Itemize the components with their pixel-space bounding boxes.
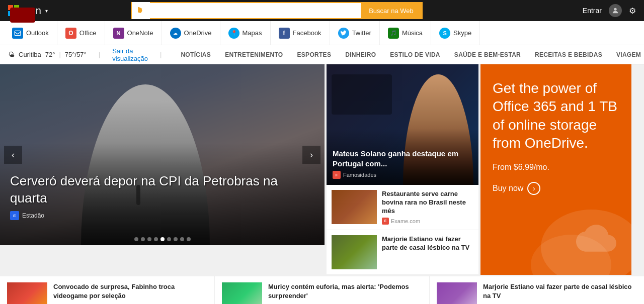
cat-viagem[interactable]: VIAGEM: [609, 51, 644, 58]
buy-btn-circle: ›: [527, 182, 540, 195]
nav-label-twitter: Twitter: [352, 29, 371, 37]
hero-prev-button[interactable]: ‹: [4, 146, 22, 164]
nav-item-onedrive[interactable]: ☁ OneDrive: [162, 21, 220, 45]
hero-overlay: Cerveró deverá depor na CPI da Petrobras…: [0, 143, 325, 245]
hero-title: Cerveró deverá depor na CPI da Petrobras…: [10, 173, 314, 207]
cat-esportes[interactable]: ESPORTES: [290, 51, 338, 58]
badge-letter: F: [336, 173, 338, 177]
news-content-1: Restaurante serve carne bovina rara no B…: [382, 190, 473, 225]
nav-label-outlook: Outlook: [26, 29, 49, 37]
avatar-icon[interactable]: [609, 4, 622, 17]
cat-noticias[interactable]: NOTÍCIAS: [174, 51, 218, 58]
hero-next-button[interactable]: ›: [302, 146, 320, 164]
weather-range: 75°/57°: [65, 51, 87, 58]
nav-label-onedrive: OneDrive: [184, 29, 212, 37]
nav-item-facebook[interactable]: f Facebook: [271, 21, 330, 45]
nav-item-musica[interactable]: 🎵 Música: [380, 21, 431, 45]
hero-dot-8[interactable]: [180, 237, 184, 241]
buy-now-label: Buy now: [493, 184, 523, 193]
bottom-content-1: Convocado de surpresa, Fabinho troca vid…: [53, 282, 207, 300]
bottom-item-2[interactable]: Muricy contém euforia, mas alerta: 'Pode…: [215, 276, 430, 304]
featured-source: Famosidades: [343, 172, 376, 178]
nav-label-office: Office: [79, 29, 97, 37]
news-source-row-1: E Exame.com: [382, 218, 473, 225]
cat-entretenimento[interactable]: ENTRETENIMENTO: [218, 51, 290, 58]
hero-dot-9[interactable]: [187, 237, 191, 241]
office-icon: O: [65, 28, 76, 39]
nav-item-outlook[interactable]: Outlook: [4, 21, 57, 45]
skype-icon: S: [439, 28, 450, 39]
bottom-content-2: Muricy contém euforia, mas alerta: 'Pode…: [268, 282, 422, 300]
cat-saude[interactable]: SAÚDE E BEM-ESTAR: [447, 51, 528, 58]
cat-dinheiro[interactable]: DINHEIRO: [338, 51, 383, 58]
nav-item-skype[interactable]: S Skype: [431, 21, 480, 45]
hero-dot-5[interactable]: [160, 237, 165, 241]
entrar-button[interactable]: Entrar: [583, 7, 602, 15]
hero-dot-7[interactable]: [174, 237, 178, 241]
msn-dropdown-icon[interactable]: ▾: [45, 8, 48, 14]
featured-title: Mateus Solano ganha destaque em Portugal…: [333, 149, 472, 168]
middle-section: Mateus Solano ganha destaque em Portugal…: [325, 64, 480, 275]
onedrive-deco: [566, 218, 626, 260]
news-thumb-2: [332, 235, 377, 269]
nav-item-mapas[interactable]: 📍 Mapas: [220, 21, 271, 45]
bottom-news-row: Convocado de surpresa, Fabinho troca vid…: [0, 275, 644, 304]
hero-section[interactable]: Cerveró deverá depor na CPI da Petrobras…: [0, 64, 325, 245]
weather-city: Curitiba: [19, 51, 41, 58]
buy-now-button[interactable]: Buy now ›: [493, 182, 540, 195]
search-input[interactable]: [150, 3, 361, 18]
cat-estilo[interactable]: ESTILO DE VIDA: [383, 51, 447, 58]
bottom-title-1: Convocado de surpresa, Fabinho troca vid…: [53, 282, 207, 300]
nav-item-twitter[interactable]: Twitter: [330, 21, 380, 45]
exame-badge: E: [382, 218, 389, 225]
main-content: Cerveró deverá depor na CPI da Petrobras…: [0, 64, 644, 275]
musica-icon: 🎵: [388, 28, 399, 39]
nav-item-onenote[interactable]: N OneNote: [105, 21, 162, 45]
search-bar: Buscar na Web: [131, 2, 423, 19]
nav-label-skype: Skype: [453, 29, 471, 37]
cat-receitas[interactable]: RECEITAS E BEBIDAS: [528, 51, 609, 58]
news-thumb-1: [332, 190, 377, 224]
nav-label-mapas: Mapas: [243, 29, 262, 37]
hero-dot-3[interactable]: [147, 237, 151, 241]
nav-label-facebook: Facebook: [293, 29, 321, 37]
app-nav-bar: Outlook O Office N OneNote ☁ OneDrive 📍 …: [0, 21, 644, 45]
ad-title: Get the power of Office 365 and 1 TB of …: [493, 79, 619, 153]
settings-icon[interactable]: ⚙: [629, 6, 636, 16]
hero-dot-2[interactable]: [141, 237, 145, 241]
bottom-content-3: Marjorie Estiano vai fazer parte de casa…: [483, 282, 637, 300]
facebook-icon: f: [279, 28, 290, 39]
news-item-2[interactable]: Marjorie Estiano vai fazer parte de casa…: [327, 230, 478, 275]
news-item-1[interactable]: Restaurante serve carne bovina rara no B…: [327, 185, 478, 230]
weather-divider: |: [59, 51, 60, 58]
bottom-title-2: Muricy contém euforia, mas alerta: 'Pode…: [268, 282, 422, 300]
mapas-icon: 📍: [228, 28, 239, 39]
svg-point-4: [614, 8, 616, 11]
search-button[interactable]: Buscar na Web: [361, 2, 422, 19]
kitchen-bg: [332, 74, 392, 115]
featured-badge: F Famosidades: [333, 171, 472, 179]
hero-dot-6[interactable]: [167, 237, 171, 241]
bottom-item-3[interactable]: Marjorie Estiano vai fazer parte de casa…: [430, 276, 644, 304]
hero-source: E Estadão: [10, 211, 314, 220]
bottom-thumb-3: [437, 282, 477, 304]
bottom-title-3: Marjorie Estiano vai fazer parte de casa…: [483, 282, 637, 300]
bottom-item-1[interactable]: Convocado de surpresa, Fabinho troca vid…: [0, 276, 215, 304]
sair-link[interactable]: Sair da visualização: [112, 47, 148, 62]
hero-dot-1[interactable]: [134, 237, 138, 241]
hero-dots: [134, 237, 191, 241]
nav-item-office[interactable]: O Office: [57, 21, 105, 45]
thumb-bg-2: [332, 235, 377, 269]
bar-divider2: |: [160, 51, 162, 58]
weather-category-bar: 🌤 Curitiba 72° | 75°/57° | Sair da visua…: [0, 45, 644, 64]
news-content-2: Marjorie Estiano vai fazer parte de casa…: [382, 235, 473, 269]
outlook-icon: [12, 28, 23, 39]
featured-article[interactable]: Mateus Solano ganha destaque em Portugal…: [327, 64, 478, 185]
sports-thumb: [7, 282, 47, 304]
hero-dot-4[interactable]: [154, 237, 158, 241]
news-title-1: Restaurante serve carne bovina rara no B…: [382, 190, 473, 216]
featured-overlay: Mateus Solano ganha destaque em Portugal…: [327, 129, 478, 185]
top-right-controls: Entrar ⚙: [583, 4, 636, 17]
onedrive-icon: ☁: [170, 28, 181, 39]
weather-temp: 72°: [45, 51, 55, 58]
